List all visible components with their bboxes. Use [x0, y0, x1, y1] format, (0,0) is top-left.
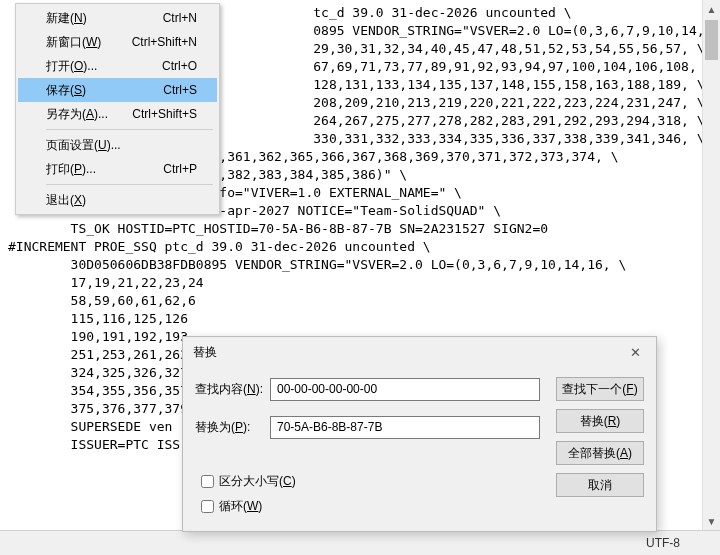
menu-label: 保存(S) [46, 82, 86, 99]
menu-shortcut: Ctrl+O [162, 59, 197, 73]
scroll-down-arrow[interactable]: ▼ [703, 512, 720, 530]
menu-open[interactable]: 打开(O)... Ctrl+O [18, 54, 217, 78]
menu-label: 打开(O)... [46, 58, 97, 75]
menu-shortcut: Ctrl+P [163, 162, 197, 176]
wrap-around-label: 循环(W) [219, 498, 262, 515]
menu-new[interactable]: 新建(N) Ctrl+N [18, 6, 217, 30]
menu-separator [46, 184, 213, 185]
menu-label: 新窗口(W) [46, 34, 101, 51]
match-case-input[interactable] [201, 475, 214, 488]
find-next-button[interactable]: 查找下一个(F) [556, 377, 644, 401]
match-case-label: 区分大小写(C) [219, 473, 296, 490]
menu-save-as[interactable]: 另存为(A)... Ctrl+Shift+S [18, 102, 217, 126]
close-icon[interactable]: ✕ [620, 341, 650, 363]
menu-shortcut: Ctrl+S [163, 83, 197, 97]
menu-save[interactable]: 保存(S) Ctrl+S [18, 78, 217, 102]
find-label: 查找内容(N): [195, 381, 270, 398]
encoding-indicator: UTF-8 [646, 536, 680, 550]
menu-exit[interactable]: 退出(X) [18, 188, 217, 212]
cancel-button[interactable]: 取消 [556, 473, 644, 497]
menu-label: 打印(P)... [46, 161, 96, 178]
replace-label: 替换为(P): [195, 419, 270, 436]
menu-print[interactable]: 打印(P)... Ctrl+P [18, 157, 217, 181]
menu-shortcut: Ctrl+Shift+S [132, 107, 197, 121]
menu-label: 退出(X) [46, 192, 86, 209]
wrap-around-input[interactable] [201, 500, 214, 513]
scroll-up-arrow[interactable]: ▲ [703, 0, 720, 18]
menu-shortcut: Ctrl+N [163, 11, 197, 25]
vertical-scrollbar[interactable]: ▲ ▼ [702, 0, 720, 530]
replace-all-button[interactable]: 全部替换(A) [556, 441, 644, 465]
scroll-thumb[interactable] [705, 20, 718, 60]
match-case-checkbox[interactable]: 区分大小写(C) [201, 473, 296, 490]
replace-dialog: 替换 ✕ 查找内容(N): 替换为(P): 查找下一个(F) 替换(R) 全部替… [182, 336, 657, 532]
menu-page-setup[interactable]: 页面设置(U)... [18, 133, 217, 157]
menu-new-window[interactable]: 新窗口(W) Ctrl+Shift+N [18, 30, 217, 54]
replace-button[interactable]: 替换(R) [556, 409, 644, 433]
find-input[interactable] [270, 378, 540, 401]
replace-input[interactable] [270, 416, 540, 439]
dialog-titlebar[interactable]: 替换 ✕ [183, 337, 656, 367]
menu-label: 新建(N) [46, 10, 87, 27]
dialog-title-text: 替换 [193, 344, 217, 361]
wrap-around-checkbox[interactable]: 循环(W) [201, 498, 296, 515]
menu-shortcut: Ctrl+Shift+N [132, 35, 197, 49]
menu-label: 另存为(A)... [46, 106, 108, 123]
menu-separator [46, 129, 213, 130]
status-bar: UTF-8 [0, 530, 720, 555]
menu-label: 页面设置(U)... [46, 137, 121, 154]
file-menu-popup: 新建(N) Ctrl+N 新窗口(W) Ctrl+Shift+N 打开(O)..… [15, 3, 220, 215]
